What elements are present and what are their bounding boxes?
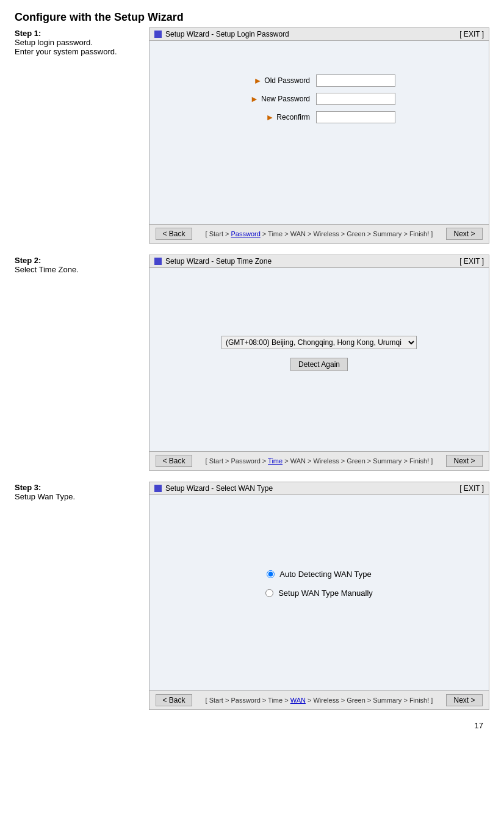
page-number: 17 <box>15 721 489 730</box>
panel-icon2 <box>154 258 162 265</box>
step1-exit[interactable]: [ EXIT ] <box>459 30 484 38</box>
step2-panel: Setup Wizard - Setup Time Zone [ EXIT ] … <box>149 255 489 471</box>
step2-label: Step 2: Select Time Zone. <box>15 255 149 274</box>
auto-detect-radio[interactable] <box>267 570 275 578</box>
bullet-icon2: ► <box>250 94 259 104</box>
wan-container: Auto Detecting WAN Type Setup WAN Type M… <box>265 505 373 681</box>
step3-title-left: Setup Wizard - Select WAN Type <box>154 484 273 493</box>
step3-body: Auto Detecting WAN Type Setup WAN Type M… <box>149 495 489 690</box>
step1-label: Step 1: Setup login password.Enter your … <box>15 27 149 56</box>
step1-block: Step 1: Setup login password.Enter your … <box>15 27 489 244</box>
step1-next-button[interactable]: Next > <box>446 228 483 240</box>
step2-body: (GMT+08:00) Beijing, Chongqing, Hong Kon… <box>149 268 489 451</box>
step1-panel: Setup Wizard - Setup Login Password [ EX… <box>149 27 489 244</box>
new-password-input[interactable] <box>316 93 395 105</box>
step3-wan-link[interactable]: WAN <box>290 697 306 704</box>
step1-title-left: Setup Wizard - Setup Login Password <box>154 30 289 38</box>
step3-panel: Setup Wizard - Select WAN Type [ EXIT ] … <box>149 482 489 710</box>
step1-panel-title: Setup Wizard - Setup Login Password <box>165 30 289 38</box>
step3-breadcrumb: [ Start > Password > Time > WAN > Wirele… <box>206 697 433 704</box>
new-password-row: ► New Password <box>149 93 489 105</box>
manual-setup-radio[interactable] <box>265 589 273 597</box>
timezone-select[interactable]: (GMT+08:00) Beijing, Chongqing, Hong Kon… <box>221 336 417 349</box>
step2-time-link[interactable]: Time <box>268 457 283 465</box>
page-title: Configure with the Setup Wizard <box>15 11 489 24</box>
step2-titlebar: Setup Wizard - Setup Time Zone [ EXIT ] <box>149 255 489 268</box>
bullet-icon: ► <box>253 76 262 85</box>
step3-exit[interactable]: [ EXIT ] <box>459 484 484 493</box>
panel-icon <box>154 31 162 38</box>
step3-title: Step 3: <box>15 483 142 492</box>
step3-panel-title: Setup Wizard - Select WAN Type <box>165 484 273 493</box>
step2-back-button[interactable]: < Back <box>156 455 192 467</box>
timezone-container: (GMT+08:00) Beijing, Chongqing, Hong Kon… <box>221 284 417 435</box>
step1-body: ► Old Password ► New Password ► Reconfir… <box>149 41 489 224</box>
step1-titlebar: Setup Wizard - Setup Login Password [ EX… <box>149 28 489 41</box>
step2-exit[interactable]: [ EXIT ] <box>459 257 484 266</box>
step3-titlebar: Setup Wizard - Select WAN Type [ EXIT ] <box>149 482 489 495</box>
old-password-label: ► Old Password <box>243 76 316 85</box>
step2-breadcrumb: [ Start > Password > Time > WAN > Wirele… <box>206 457 433 465</box>
panel-icon3 <box>154 485 162 492</box>
step2-footer: < Back [ Start > Password > Time > WAN >… <box>149 451 489 470</box>
step1-password-link[interactable]: Password <box>231 230 260 237</box>
step2-title: Step 2: <box>15 256 142 265</box>
step1-desc: Setup login password.Enter your system p… <box>15 38 142 56</box>
step3-next-button[interactable]: Next > <box>446 694 483 706</box>
step1-title: Step 1: <box>15 29 142 38</box>
manual-setup-row: Setup WAN Type Manually <box>265 588 373 598</box>
step1-breadcrumb: [ Start > Password > Time > WAN > Wirele… <box>206 230 433 237</box>
old-password-input[interactable] <box>316 74 395 87</box>
reconfirm-input[interactable] <box>316 111 395 123</box>
old-password-row: ► Old Password <box>149 74 489 87</box>
auto-detect-row: Auto Detecting WAN Type <box>267 570 371 579</box>
reconfirm-label: ► Reconfirm <box>243 112 316 122</box>
step2-panel-title: Setup Wizard - Setup Time Zone <box>165 257 272 266</box>
detect-again-button[interactable]: Detect Again <box>290 358 348 371</box>
step3-label: Step 3: Setup Wan Type. <box>15 482 149 501</box>
step2-next-button[interactable]: Next > <box>446 455 483 467</box>
step2-desc: Select Time Zone. <box>15 265 142 274</box>
step3-back-button[interactable]: < Back <box>156 694 192 706</box>
step2-title-left: Setup Wizard - Setup Time Zone <box>154 257 272 266</box>
reconfirm-row: ► Reconfirm <box>149 111 489 123</box>
auto-detect-label: Auto Detecting WAN Type <box>279 570 371 579</box>
step3-footer: < Back [ Start > Password > Time > WAN >… <box>149 690 489 709</box>
new-password-label: ► New Password <box>243 94 316 104</box>
step3-block: Step 3: Setup Wan Type. Setup Wizard - S… <box>15 482 489 710</box>
step1-back-button[interactable]: < Back <box>156 228 192 240</box>
step2-block: Step 2: Select Time Zone. Setup Wizard -… <box>15 255 489 471</box>
step1-footer: < Back [ Start > Password > Time > WAN >… <box>149 224 489 243</box>
bullet-icon3: ► <box>265 112 274 122</box>
step3-desc: Setup Wan Type. <box>15 492 142 501</box>
manual-setup-label: Setup WAN Type Manually <box>278 588 373 598</box>
